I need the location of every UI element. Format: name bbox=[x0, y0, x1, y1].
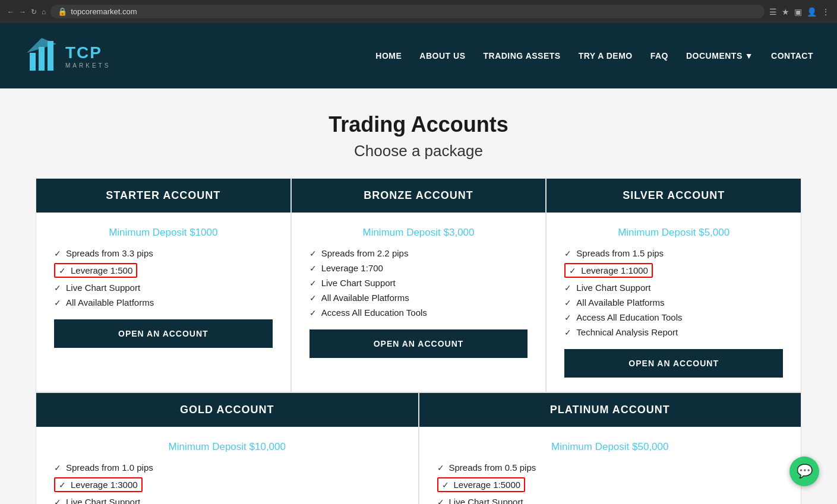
silver-open-account-button[interactable]: OPEN AN ACCOUNT bbox=[564, 349, 783, 378]
platinum-card-header: PLATINUM ACCOUNT bbox=[419, 393, 801, 427]
bottom-account-cards: GOLD ACCOUNT Minimum Deposit $10,000 ✓ S… bbox=[36, 392, 801, 504]
leverage-highlight: ✓ Leverage 1:5000 bbox=[437, 477, 526, 492]
list-item: ✓ Spreads from 3.3 pips bbox=[54, 248, 273, 258]
menu-icon[interactable]: ⋮ bbox=[822, 7, 830, 17]
lock-icon: 🔒 bbox=[58, 7, 67, 16]
leverage-highlight: ✓ Leverage 1:3000 bbox=[54, 477, 143, 492]
list-item: ✓ All Available Platforms bbox=[54, 297, 273, 308]
url-text: topcoremarket.com bbox=[71, 7, 137, 16]
nav-home[interactable]: HOME bbox=[375, 51, 402, 61]
bronze-card-body: Minimum Deposit $3,000 ✓ Spreads from 2.… bbox=[292, 213, 546, 372]
check-icon: ✓ bbox=[564, 283, 571, 293]
starter-card-body: Minimum Deposit $1000 ✓ Spreads from 3.3… bbox=[36, 213, 290, 362]
check-icon: ✓ bbox=[564, 298, 571, 308]
list-item: ✓ Live Chart Support bbox=[54, 497, 400, 504]
starter-features: ✓ Spreads from 3.3 pips ✓ Leverage 1:500… bbox=[54, 248, 273, 308]
nav-documents[interactable]: DOCUMENTS ▼ bbox=[686, 51, 753, 61]
check-icon: ✓ bbox=[564, 313, 571, 322]
list-item: ✓ Leverage 1:1000 bbox=[564, 263, 783, 278]
site-header: TCP MARKETS HOME ABOUT US TRADING ASSETS… bbox=[0, 23, 837, 88]
nav-about[interactable]: ABOUT US bbox=[419, 51, 465, 61]
check-icon: ✓ bbox=[309, 278, 317, 288]
address-bar[interactable]: 🔒 topcoremarket.com bbox=[50, 5, 765, 18]
gold-min-deposit: Minimum Deposit $10,000 bbox=[54, 441, 400, 453]
check-icon: ✓ bbox=[309, 249, 317, 258]
gold-account-card: GOLD ACCOUNT Minimum Deposit $10,000 ✓ S… bbox=[36, 392, 419, 504]
logo-brand: TCP bbox=[65, 43, 110, 62]
check-icon: ✓ bbox=[54, 497, 61, 505]
list-item: ✓ Spreads from 1.0 pips bbox=[54, 462, 400, 473]
chat-bubble[interactable]: 💬 bbox=[789, 457, 819, 486]
silver-features: ✓ Spreads from 1.5 pips ✓ Leverage 1:100… bbox=[564, 248, 783, 337]
gold-features: ✓ Spreads from 1.0 pips ✓ Leverage 1:300… bbox=[54, 462, 400, 504]
silver-account-card: SILVER ACCOUNT Minimum Deposit $5,000 ✓ … bbox=[546, 178, 801, 392]
profile-icon[interactable]: 👤 bbox=[807, 7, 817, 17]
list-item: ✓ Live Chart Support bbox=[564, 283, 783, 293]
bronze-open-account-button[interactable]: OPEN AN ACCOUNT bbox=[309, 329, 528, 358]
list-item: ✓ Leverage 1:5000 bbox=[437, 477, 784, 492]
starter-min-deposit: Minimum Deposit $1000 bbox=[54, 227, 273, 239]
leverage-highlight: ✓ Leverage 1:500 bbox=[54, 263, 137, 278]
logo-text-area: TCP MARKETS bbox=[65, 43, 110, 69]
check-icon: ✓ bbox=[54, 283, 61, 293]
platinum-features: ✓ Spreads from 0.5 pips ✓ Leverage 1:500… bbox=[437, 462, 784, 504]
check-icon: ✓ bbox=[442, 480, 449, 490]
check-icon: ✓ bbox=[569, 266, 576, 275]
platinum-card-body: Minimum Deposit $50,000 ✓ Spreads from 0… bbox=[419, 427, 801, 504]
list-item: ✓ Leverage 1:3000 bbox=[54, 477, 400, 492]
starter-card-header: STARTER ACCOUNT bbox=[36, 179, 290, 213]
list-item: ✓ Technical Analysis Report bbox=[564, 327, 783, 337]
platinum-account-card: PLATINUM ACCOUNT Minimum Deposit $50,000… bbox=[419, 392, 802, 504]
chevron-down-icon: ▼ bbox=[745, 51, 753, 61]
check-icon: ✓ bbox=[54, 298, 61, 308]
back-button[interactable]: ← bbox=[7, 8, 14, 16]
list-item: ✓ Live Chart Support bbox=[54, 283, 273, 293]
page-subtitle: Choose a package bbox=[36, 142, 801, 160]
check-icon: ✓ bbox=[309, 293, 317, 303]
nav-demo[interactable]: TRY A DEMO bbox=[579, 51, 633, 61]
translate-icon[interactable]: ☰ bbox=[769, 7, 777, 17]
list-item: ✓ Access All Education Tools bbox=[309, 308, 528, 318]
list-item: ✓ Access All Education Tools bbox=[564, 312, 783, 322]
list-item: ✓ Spreads from 0.5 pips bbox=[437, 462, 784, 473]
main-nav: HOME ABOUT US TRADING ASSETS TRY A DEMO … bbox=[375, 51, 813, 61]
check-icon: ✓ bbox=[54, 463, 61, 473]
reload-button[interactable]: ↻ bbox=[31, 8, 37, 16]
starter-account-card: STARTER ACCOUNT Minimum Deposit $1000 ✓ … bbox=[36, 178, 291, 392]
list-item: ✓ All Available Platforms bbox=[564, 297, 783, 308]
svg-rect-1 bbox=[39, 47, 45, 71]
silver-min-deposit: Minimum Deposit $5,000 bbox=[564, 227, 783, 239]
top-account-cards: STARTER ACCOUNT Minimum Deposit $1000 ✓ … bbox=[36, 178, 801, 392]
check-icon: ✓ bbox=[564, 328, 571, 337]
silver-card-header: SILVER ACCOUNT bbox=[547, 179, 801, 213]
starter-open-account-button[interactable]: OPEN AN ACCOUNT bbox=[54, 319, 273, 348]
list-item: ✓ Spreads from 1.5 pips bbox=[564, 248, 783, 258]
leverage-highlight: ✓ Leverage 1:1000 bbox=[564, 263, 653, 278]
extensions-icon[interactable]: ▣ bbox=[794, 7, 802, 17]
chat-icon: 💬 bbox=[797, 464, 813, 479]
nav-faq[interactable]: FAQ bbox=[650, 51, 668, 61]
check-icon: ✓ bbox=[54, 249, 61, 258]
bronze-account-card: BRONZE ACCOUNT Minimum Deposit $3,000 ✓ … bbox=[291, 178, 547, 392]
logo-icon bbox=[24, 35, 59, 77]
logo-sub: MARKETS bbox=[65, 62, 110, 69]
check-icon: ✓ bbox=[564, 249, 571, 258]
logo-area: TCP MARKETS bbox=[24, 35, 110, 77]
nav-contact[interactable]: CONTACT bbox=[771, 51, 813, 61]
check-icon: ✓ bbox=[437, 497, 444, 505]
bronze-features: ✓ Spreads from 2.2 pips ✓ Leverage 1:700… bbox=[309, 248, 528, 318]
forward-button[interactable]: → bbox=[19, 8, 26, 16]
list-item: ✓ Leverage 1:700 bbox=[309, 263, 528, 273]
list-item: ✓ All Available Platforms bbox=[309, 293, 528, 303]
browser-chrome: ← → ↻ ⌂ 🔒 topcoremarket.com ☰ ★ ▣ 👤 ⋮ bbox=[0, 0, 837, 23]
bronze-min-deposit: Minimum Deposit $3,000 bbox=[309, 227, 528, 239]
browser-toolbar: ☰ ★ ▣ 👤 ⋮ bbox=[769, 7, 830, 17]
check-icon: ✓ bbox=[59, 480, 66, 490]
home-button[interactable]: ⌂ bbox=[42, 8, 46, 16]
bookmark-icon[interactable]: ★ bbox=[782, 7, 789, 17]
list-item: ✓ Leverage 1:500 bbox=[54, 263, 273, 278]
check-icon: ✓ bbox=[437, 463, 444, 473]
list-item: ✓ Spreads from 2.2 pips bbox=[309, 248, 528, 258]
nav-assets[interactable]: TRADING ASSETS bbox=[483, 51, 560, 61]
gold-card-header: GOLD ACCOUNT bbox=[36, 393, 418, 427]
